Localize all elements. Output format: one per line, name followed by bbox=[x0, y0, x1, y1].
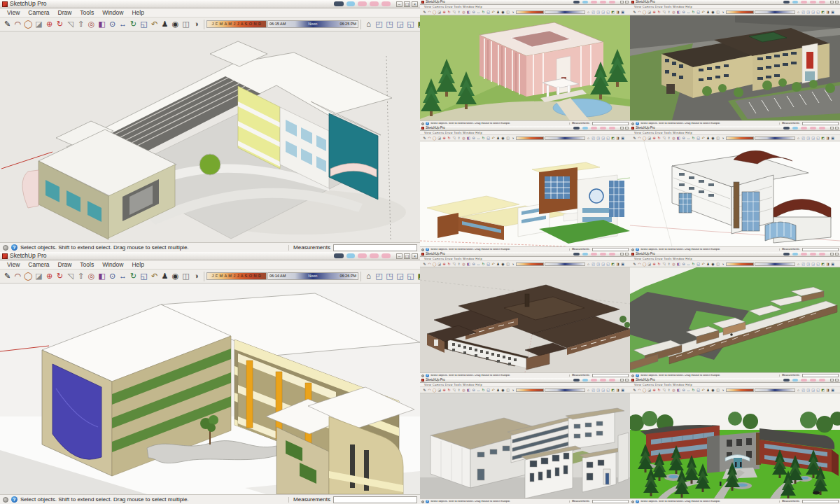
zoom-tool-icon[interactable]: ⊙ bbox=[107, 20, 118, 28]
previous-view-tool-icon[interactable]: ↶ bbox=[149, 272, 160, 280]
right-view-icon[interactable]: ◲ bbox=[601, 262, 606, 266]
close-button[interactable] bbox=[625, 127, 629, 130]
viewport-3d[interactable] bbox=[420, 15, 630, 120]
menu-tools[interactable]: Tools bbox=[76, 10, 98, 16]
shadow-date-slider[interactable] bbox=[516, 388, 544, 392]
title-bar[interactable]: SketchUp Pro – ▢ × bbox=[0, 252, 420, 260]
move-tool-icon[interactable]: ⊕ bbox=[652, 10, 657, 14]
section-plane-tool-icon[interactable]: ◫ bbox=[181, 272, 191, 280]
back-view-icon[interactable]: ◱ bbox=[816, 388, 820, 392]
geolocation-icon[interactable] bbox=[421, 122, 424, 125]
front-view-icon[interactable]: ◳ bbox=[806, 10, 811, 14]
top-view-icon[interactable]: ◰ bbox=[801, 262, 806, 266]
look-around-tool-icon[interactable]: ◉ bbox=[500, 388, 505, 392]
menu-help[interactable]: Help bbox=[127, 10, 148, 16]
style-shaded-icon[interactable]: ◨ bbox=[825, 136, 830, 140]
title-bar[interactable]: SketchUp Pro bbox=[630, 252, 840, 257]
look-around-tool-icon[interactable]: ◉ bbox=[170, 20, 181, 28]
measurements-input[interactable] bbox=[592, 500, 629, 503]
help-icon[interactable]: ? bbox=[426, 248, 429, 251]
scale-tool-icon[interactable]: ◹ bbox=[662, 136, 666, 140]
shadows-toggle-icon[interactable]: ◑ bbox=[510, 388, 515, 392]
line-tool-icon[interactable]: ✎ bbox=[632, 262, 637, 266]
maximize-button[interactable]: ▢ bbox=[404, 1, 410, 7]
offset-tool-icon[interactable]: ◎ bbox=[461, 388, 466, 392]
minimize-button[interactable]: – bbox=[396, 253, 402, 259]
help-icon[interactable]: ? bbox=[426, 122, 429, 125]
iso-view-icon[interactable]: ⌂ bbox=[586, 136, 591, 140]
section-plane-tool-icon[interactable]: ◫ bbox=[715, 388, 720, 392]
right-view-icon[interactable]: ◲ bbox=[601, 10, 606, 14]
measurements-input[interactable] bbox=[333, 496, 417, 503]
back-view-icon[interactable]: ◱ bbox=[606, 136, 610, 140]
geolocation-icon[interactable] bbox=[631, 500, 634, 503]
right-view-icon[interactable]: ◲ bbox=[395, 272, 405, 280]
model-aerial-school[interactable] bbox=[420, 267, 630, 372]
front-view-icon[interactable]: ◳ bbox=[384, 272, 395, 280]
iso-view-icon[interactable]: ⌂ bbox=[586, 388, 591, 392]
offset-tool-icon[interactable]: ◎ bbox=[86, 272, 97, 280]
paint-bucket-tool-icon[interactable]: ◧ bbox=[97, 272, 107, 280]
circle-tool-icon[interactable]: ◯ bbox=[23, 272, 34, 280]
position-camera-tool-icon[interactable]: ♟ bbox=[496, 262, 500, 266]
zoom-tool-icon[interactable]: ⊙ bbox=[681, 388, 686, 392]
title-bar[interactable]: SketchUp Pro bbox=[420, 252, 630, 257]
iso-view-icon[interactable]: ⌂ bbox=[796, 262, 801, 266]
top-view-icon[interactable]: ◰ bbox=[801, 388, 806, 392]
style-wireframe-icon[interactable]: ◩ bbox=[820, 262, 825, 266]
section-plane-tool-icon[interactable]: ◫ bbox=[715, 262, 720, 266]
pan-tool-icon[interactable]: ↔ bbox=[118, 20, 128, 28]
front-view-icon[interactable]: ◳ bbox=[806, 136, 811, 140]
zoom-extents-tool-icon[interactable]: ◱ bbox=[696, 262, 701, 266]
pan-tool-icon[interactable]: ↔ bbox=[476, 136, 481, 140]
eraser-tool-icon[interactable]: ◪ bbox=[647, 10, 652, 14]
arc-tool-icon[interactable]: ◠ bbox=[637, 388, 642, 392]
right-view-icon[interactable]: ◲ bbox=[395, 20, 405, 28]
offset-tool-icon[interactable]: ◎ bbox=[86, 20, 97, 28]
iso-view-icon[interactable]: ⌂ bbox=[796, 10, 801, 14]
zoom-extents-tool-icon[interactable]: ◱ bbox=[486, 10, 491, 14]
style-shaded-icon[interactable]: ◨ bbox=[615, 262, 620, 266]
line-tool-icon[interactable]: ✎ bbox=[632, 136, 637, 140]
iso-view-icon[interactable]: ⌂ bbox=[586, 262, 591, 266]
previous-view-tool-icon[interactable]: ↶ bbox=[701, 10, 706, 14]
right-view-icon[interactable]: ◲ bbox=[601, 388, 606, 392]
eraser-tool-icon[interactable]: ◪ bbox=[647, 136, 652, 140]
paint-bucket-tool-icon[interactable]: ◧ bbox=[676, 136, 681, 140]
arc-tool-icon[interactable]: ◠ bbox=[427, 388, 432, 392]
front-view-icon[interactable]: ◳ bbox=[596, 10, 601, 14]
back-view-icon[interactable]: ◱ bbox=[816, 136, 820, 140]
top-view-icon[interactable]: ◰ bbox=[801, 10, 806, 14]
rotate-tool-icon[interactable]: ↻ bbox=[447, 262, 451, 266]
shadows-toggle-icon[interactable]: ◑ bbox=[191, 20, 202, 28]
help-icon[interactable]: ? bbox=[636, 122, 639, 125]
help-icon[interactable]: ? bbox=[636, 374, 639, 377]
rotate-tool-icon[interactable]: ↻ bbox=[447, 136, 451, 140]
back-view-icon[interactable]: ◱ bbox=[816, 10, 820, 14]
shadow-date-slider[interactable]: J F M A M J J A S O N D bbox=[206, 20, 267, 28]
shadow-time-slider[interactable]: 06:15 AM Noon 06:25 PM bbox=[267, 20, 358, 28]
move-tool-icon[interactable]: ⊕ bbox=[442, 388, 447, 392]
style-shaded-icon[interactable]: ◨ bbox=[615, 388, 620, 392]
push-pull-tool-icon[interactable]: ⇧ bbox=[456, 136, 461, 140]
shadow-time-slider[interactable] bbox=[755, 262, 795, 266]
circle-tool-icon[interactable]: ◯ bbox=[642, 262, 647, 266]
eraser-tool-icon[interactable]: ◪ bbox=[437, 136, 442, 140]
section-plane-tool-icon[interactable]: ◫ bbox=[505, 136, 510, 140]
pan-tool-icon[interactable]: ↔ bbox=[686, 136, 691, 140]
iso-view-icon[interactable]: ⌂ bbox=[363, 272, 374, 280]
rotate-tool-icon[interactable]: ↻ bbox=[55, 20, 65, 28]
style-textured-icon[interactable]: ▣ bbox=[620, 10, 625, 14]
paint-bucket-tool-icon[interactable]: ◧ bbox=[466, 10, 471, 14]
back-view-icon[interactable]: ◱ bbox=[816, 262, 820, 266]
circle-tool-icon[interactable]: ◯ bbox=[23, 20, 34, 28]
arc-tool-icon[interactable]: ◠ bbox=[637, 10, 642, 14]
zoom-extents-tool-icon[interactable]: ◱ bbox=[696, 388, 701, 392]
back-view-icon[interactable]: ◱ bbox=[606, 388, 610, 392]
circle-tool-icon[interactable]: ◯ bbox=[432, 388, 437, 392]
circle-tool-icon[interactable]: ◯ bbox=[642, 136, 647, 140]
top-view-icon[interactable]: ◰ bbox=[374, 20, 384, 28]
arc-tool-icon[interactable]: ◠ bbox=[427, 262, 432, 266]
zoom-tool-icon[interactable]: ⊙ bbox=[681, 262, 686, 266]
style-shaded-icon[interactable]: ◨ bbox=[825, 10, 830, 14]
